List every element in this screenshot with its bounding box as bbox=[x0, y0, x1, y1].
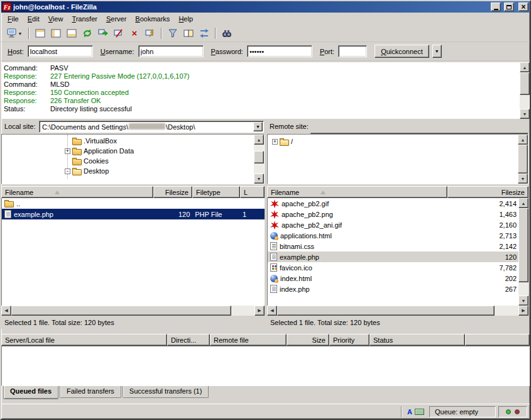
menu-server[interactable]: Server bbox=[102, 13, 131, 25]
tree-item-cookies[interactable]: Cookies bbox=[2, 156, 264, 166]
file-row[interactable]: applications.html 2,713 bbox=[268, 230, 528, 241]
file-row[interactable]: apache_pb2.png 1,463 bbox=[268, 209, 528, 219]
menu-bookmarks[interactable]: Bookmarks bbox=[131, 13, 174, 25]
filter-button[interactable] bbox=[165, 26, 180, 40]
toggle-message-log-button[interactable] bbox=[33, 26, 48, 40]
expand-icon[interactable]: + bbox=[65, 148, 70, 154]
scroll-up-button[interactable]: ▲ bbox=[518, 135, 528, 145]
ico-file-icon bbox=[270, 263, 277, 272]
menu-edit[interactable]: Edit bbox=[23, 13, 44, 25]
tree-item-application-data[interactable]: +Application Data bbox=[2, 146, 264, 156]
synchronized-browsing-button[interactable] bbox=[197, 26, 212, 40]
cancel-button[interactable]: × bbox=[127, 26, 142, 40]
file-row[interactable]: bitnami.css 2,142 bbox=[268, 241, 528, 251]
column-header-direction[interactable]: Directi... bbox=[167, 334, 210, 346]
quickconnect-dropdown-button[interactable]: ▼ bbox=[432, 45, 442, 58]
column-header-filesize[interactable]: Filesize bbox=[447, 186, 528, 198]
column-header-priority[interactable]: Priority bbox=[329, 334, 370, 346]
toggle-tree-views-button[interactable] bbox=[48, 26, 63, 40]
file-row-parent[interactable]: .. bbox=[2, 198, 265, 209]
tree-item-desktop[interactable]: -Desktop bbox=[2, 166, 264, 176]
refresh-icon bbox=[82, 28, 92, 38]
file-row[interactable]: index.html 202 bbox=[268, 273, 528, 284]
local-site-combobox[interactable]: C:\Documents and Settings\\Desktop\ ▼ bbox=[39, 121, 264, 133]
cancel-icon: × bbox=[132, 29, 138, 38]
scroll-up-button[interactable]: ▲ bbox=[520, 62, 530, 72]
tree-item-virtualbox[interactable]: .VirtualBox bbox=[2, 136, 264, 146]
scrollbar-thumb[interactable] bbox=[254, 151, 264, 163]
quickconnect-button[interactable]: Quickconnect bbox=[375, 45, 429, 58]
close-button[interactable]: × bbox=[518, 3, 528, 11]
scroll-down-button[interactable]: ▼ bbox=[518, 174, 528, 184]
file-row-highlighted[interactable]: example.php 120 bbox=[268, 251, 528, 262]
password-input[interactable] bbox=[247, 45, 312, 57]
expand-icon[interactable]: + bbox=[272, 139, 278, 145]
column-header-filesize[interactable]: Filesize bbox=[153, 186, 192, 198]
compare-button[interactable] bbox=[181, 26, 196, 40]
menu-transfer[interactable]: Transfer bbox=[67, 13, 102, 25]
host-input[interactable] bbox=[28, 45, 93, 57]
file-row-selected[interactable]: example.php 120 PHP File 1 bbox=[2, 209, 265, 219]
toggle-transfer-queue-button[interactable] bbox=[64, 26, 79, 40]
scrollbar-thumb[interactable] bbox=[518, 145, 528, 174]
site-manager-dropdown-icon[interactable]: ▼ bbox=[18, 31, 23, 36]
find-button[interactable] bbox=[219, 26, 234, 40]
title-bar[interactable]: Fz john@localhost - FileZilla × bbox=[1, 1, 530, 13]
scroll-down-button[interactable]: ▼ bbox=[254, 174, 264, 184]
png-image-icon bbox=[270, 210, 279, 219]
scroll-right-button[interactable]: ▶ bbox=[255, 306, 265, 316]
scrollbar-thumb[interactable] bbox=[520, 72, 530, 95]
scroll-up-button[interactable]: ▲ bbox=[254, 135, 264, 145]
column-header-status[interactable]: Status bbox=[370, 334, 465, 346]
column-header-remote-file[interactable]: Remote file bbox=[210, 334, 287, 346]
scrollbar-thumb[interactable] bbox=[277, 306, 495, 316]
column-header-size[interactable]: Size bbox=[287, 334, 329, 346]
maximize-button[interactable] bbox=[504, 3, 514, 11]
menu-view[interactable]: View bbox=[44, 13, 68, 25]
scrollbar-thumb[interactable] bbox=[518, 208, 528, 282]
refresh-button[interactable] bbox=[80, 26, 95, 40]
remote-tree-scrollbar[interactable]: ▲ ▼ bbox=[518, 135, 528, 184]
sort-ascending-icon bbox=[320, 191, 326, 194]
remote-list-hscrollbar[interactable]: ◀ ▶ bbox=[267, 306, 528, 316]
column-header-filetype[interactable]: Filetype bbox=[192, 186, 240, 198]
column-header-filename[interactable]: Filename bbox=[267, 186, 447, 198]
scroll-left-button[interactable]: ◀ bbox=[1, 306, 11, 316]
menu-help[interactable]: Help bbox=[174, 13, 197, 25]
file-row[interactable]: apache_pb2_ani.gif 2,160 bbox=[268, 219, 528, 230]
process-queue-button[interactable] bbox=[96, 26, 111, 40]
menu-file[interactable]: File bbox=[3, 13, 23, 25]
log-line: Command:MLSD bbox=[1, 80, 530, 89]
local-site-label: Local site: bbox=[4, 123, 36, 130]
password-label: Password: bbox=[211, 48, 243, 55]
scroll-right-button[interactable]: ▶ bbox=[518, 306, 528, 316]
tab-failed-transfers[interactable]: Failed transfers bbox=[60, 386, 121, 398]
username-input[interactable] bbox=[138, 45, 204, 57]
local-tree-scrollbar[interactable]: ▲ ▼ bbox=[254, 135, 264, 184]
scroll-up-button[interactable]: ▲ bbox=[518, 198, 528, 208]
site-manager-button[interactable]: ▼ bbox=[4, 26, 25, 40]
column-header-filename[interactable]: Filename bbox=[1, 186, 153, 198]
scroll-down-button[interactable]: ▼ bbox=[520, 109, 530, 119]
reconnect-button[interactable] bbox=[143, 26, 158, 40]
scrollbar-thumb[interactable] bbox=[11, 306, 231, 316]
log-scrollbar[interactable]: ▲ ▼ bbox=[520, 62, 530, 119]
column-header-lastmodified[interactable]: L bbox=[240, 186, 265, 198]
queue-list[interactable] bbox=[1, 346, 530, 386]
port-input[interactable] bbox=[338, 45, 367, 57]
tree-item-root[interactable]: +/ bbox=[268, 136, 528, 146]
tab-queued-files[interactable]: Queued files bbox=[3, 386, 58, 399]
file-row[interactable]: favicon.ico 7,782 bbox=[268, 262, 528, 273]
local-list-hscrollbar[interactable]: ◀ ▶ bbox=[1, 306, 265, 316]
scroll-left-button[interactable]: ◀ bbox=[267, 306, 277, 316]
remote-list-scrollbar[interactable]: ▲ ▼ bbox=[518, 198, 528, 306]
scroll-down-button[interactable]: ▼ bbox=[518, 296, 528, 306]
column-header-server-local-file[interactable]: Server/Local file bbox=[1, 334, 167, 346]
tab-successful-transfers[interactable]: Successful transfers (1) bbox=[123, 386, 209, 398]
minimize-button[interactable] bbox=[491, 3, 501, 11]
file-row[interactable]: apache_pb2.gif 2,414 bbox=[268, 198, 528, 209]
disconnect-button[interactable] bbox=[111, 26, 126, 40]
collapse-icon[interactable]: - bbox=[65, 169, 70, 174]
file-row[interactable]: index.php 267 bbox=[268, 284, 528, 294]
combo-dropdown-icon[interactable]: ▼ bbox=[253, 122, 263, 131]
